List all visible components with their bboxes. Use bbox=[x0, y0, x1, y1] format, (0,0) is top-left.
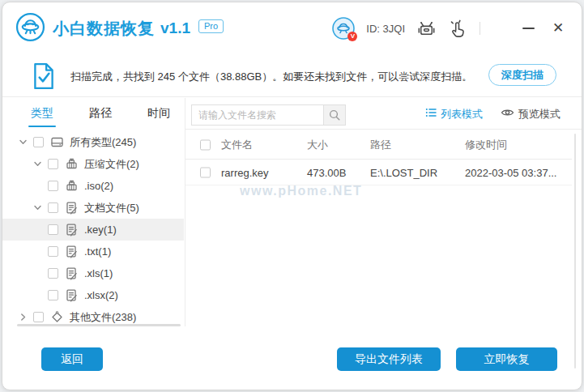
tree-item[interactable]: 所有类型(245) bbox=[2, 131, 184, 153]
tree-item-checkbox[interactable] bbox=[33, 312, 44, 322]
app-logo-icon bbox=[15, 12, 45, 45]
file-modified: 2022-03-05 03:37... bbox=[465, 166, 556, 178]
table-row[interactable]: rarreg.key473.00BE:\.LOST_DIR2022-03-05 … bbox=[185, 160, 572, 185]
tab-item[interactable]: 路径 bbox=[87, 100, 113, 127]
search-input[interactable] bbox=[191, 104, 323, 126]
tree-item-label: .iso(2) bbox=[84, 180, 113, 192]
document-icon bbox=[65, 266, 84, 280]
archive-icon bbox=[65, 179, 84, 193]
watermark-text: www.pHome.NET bbox=[240, 184, 362, 198]
table-header: 文件名 大小 路径 修改时间 bbox=[185, 130, 572, 160]
search-box bbox=[191, 104, 346, 126]
touch-guide-icon[interactable] bbox=[447, 19, 467, 38]
footer-bar: 返回 导出文件列表 立即恢复 bbox=[2, 336, 582, 390]
search-icon[interactable] bbox=[323, 104, 346, 126]
file-type-tree: 所有类型(245)压缩文件(2).iso(2)文档文件(5).key(1).tx… bbox=[2, 131, 184, 323]
file-path: E:\.LOST_DIR bbox=[370, 166, 437, 178]
tree-item-label: .xlsx(2) bbox=[84, 289, 118, 301]
chevron-down-icon[interactable] bbox=[33, 160, 48, 168]
list-mode-toggle[interactable]: 列表模式 bbox=[425, 107, 483, 121]
tree-horizontal-scrollbar[interactable] bbox=[17, 324, 181, 326]
preview-mode-label: 预览模式 bbox=[518, 107, 561, 121]
file-list-panel: 列表模式 预览模式 文件名 大小 路径 bbox=[185, 98, 582, 326]
tab-item[interactable]: 时间 bbox=[146, 100, 172, 127]
filter-tabs: 类型路径时间 bbox=[2, 98, 185, 129]
scan-result-banner: 扫描完成，共找到 245 个文件（38.88GB）。如要还未找到文件，可以尝试深… bbox=[2, 56, 582, 97]
column-header-size: 大小 bbox=[307, 138, 328, 152]
tree-item[interactable]: .iso(2) bbox=[2, 175, 184, 197]
close-button[interactable]: ✕ bbox=[549, 19, 567, 37]
tree-item[interactable]: 文档文件(5) bbox=[2, 197, 184, 219]
titlebar-divider bbox=[480, 22, 480, 35]
chevron-right-icon[interactable] bbox=[19, 313, 33, 322]
tree-item[interactable]: .key(1) bbox=[2, 219, 184, 241]
preview-mode-toggle[interactable]: 预览模式 bbox=[501, 107, 561, 121]
user-id: ID: 3JQI bbox=[366, 23, 405, 35]
list-toolbar: 列表模式 预览模式 bbox=[185, 98, 582, 130]
pro-badge: Pro bbox=[198, 19, 224, 33]
title-bar[interactable]: 小白数据恢复 v1.1 Pro V ID: 3JQI bbox=[2, 2, 582, 54]
app-title: 小白数据恢复 bbox=[53, 18, 155, 40]
preview-mode-eye-icon bbox=[501, 107, 514, 121]
tree-item-checkbox[interactable] bbox=[48, 224, 58, 235]
tree-item-label: 所有类型(245) bbox=[70, 135, 136, 150]
tree-item[interactable]: 其他文件(238) bbox=[2, 306, 184, 323]
tree-item-label: .xls(1) bbox=[84, 267, 113, 279]
back-button[interactable]: 返回 bbox=[41, 347, 103, 371]
recover-now-button[interactable]: 立即恢复 bbox=[456, 347, 557, 371]
scan-summary-text: 扫描完成，共找到 245 个文件（38.88GB）。如要还未找到文件，可以尝试深… bbox=[70, 70, 472, 84]
tree-item[interactable]: .xls(1) bbox=[2, 262, 184, 284]
column-header-path: 路径 bbox=[370, 138, 391, 152]
tree-item-checkbox[interactable] bbox=[48, 268, 58, 279]
minimize-button[interactable] bbox=[518, 19, 538, 38]
app-version: v1.1 bbox=[160, 19, 190, 37]
tree-item[interactable]: .xlsx(2) bbox=[2, 284, 184, 306]
tree-item-label: .key(1) bbox=[84, 224, 117, 236]
tab-active[interactable]: 类型 bbox=[29, 100, 55, 127]
verified-badge: V bbox=[347, 32, 357, 41]
tree-item-label: 其他文件(238) bbox=[70, 310, 136, 324]
user-avatar[interactable]: V bbox=[332, 17, 355, 40]
document-icon bbox=[65, 245, 84, 258]
menu-button[interactable] bbox=[493, 19, 507, 38]
tree-item-label: 文档文件(5) bbox=[84, 201, 139, 215]
other-icon bbox=[50, 310, 70, 323]
tree-item[interactable]: 压缩文件(2) bbox=[2, 153, 184, 175]
list-mode-icon bbox=[425, 107, 437, 121]
tree-item-checkbox[interactable] bbox=[48, 202, 58, 213]
chevron-down-icon[interactable] bbox=[33, 203, 48, 212]
chevron-down-icon[interactable] bbox=[19, 138, 33, 147]
row-checkbox[interactable] bbox=[200, 167, 211, 177]
tree-item-checkbox[interactable] bbox=[48, 246, 58, 257]
table-body: rarreg.key473.00BE:\.LOST_DIR2022-03-05 … bbox=[185, 160, 572, 185]
tree-item-label: 压缩文件(2) bbox=[84, 157, 139, 172]
tree-item-label: .txt(1) bbox=[84, 245, 111, 258]
tree-item[interactable]: .txt(1) bbox=[2, 241, 184, 262]
tree-item-checkbox[interactable] bbox=[48, 181, 58, 191]
app-window: 小白数据恢复 v1.1 Pro V ID: 3JQI bbox=[2, 2, 582, 390]
file-size: 473.00B bbox=[307, 166, 346, 178]
tree-item-checkbox[interactable] bbox=[48, 290, 58, 300]
select-all-checkbox[interactable] bbox=[200, 139, 211, 150]
list-mode-label: 列表模式 bbox=[441, 107, 483, 121]
tree-item-checkbox[interactable] bbox=[33, 137, 44, 147]
list-vertical-scrollbar[interactable] bbox=[574, 134, 576, 369]
document-icon bbox=[65, 201, 84, 215]
scan-complete-icon bbox=[32, 62, 56, 93]
deep-scan-button[interactable]: 深度扫描 bbox=[488, 64, 556, 86]
document-icon bbox=[65, 288, 84, 302]
tree-item-checkbox[interactable] bbox=[48, 159, 58, 169]
file-name: rarreg.key bbox=[221, 166, 269, 178]
document-icon bbox=[65, 223, 84, 236]
archive-icon bbox=[65, 157, 84, 171]
column-header-name: 文件名 bbox=[221, 138, 253, 152]
export-file-list-button[interactable]: 导出文件列表 bbox=[337, 347, 441, 371]
robot-assistant-icon[interactable] bbox=[416, 19, 436, 38]
drive-icon bbox=[50, 135, 70, 149]
column-header-modified: 修改时间 bbox=[465, 138, 507, 152]
